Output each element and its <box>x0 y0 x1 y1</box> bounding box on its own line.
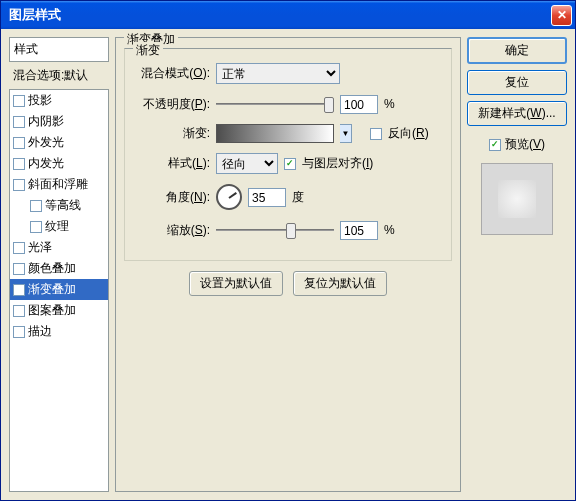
preview-checkbox[interactable] <box>489 139 501 151</box>
style-item-渐变叠加[interactable]: 渐变叠加 <box>10 279 108 300</box>
style-item-label: 外发光 <box>28 134 64 151</box>
styles-header: 样式 <box>9 37 109 62</box>
gradient-dropdown[interactable]: ▼ <box>340 124 352 143</box>
preview-label: 预览(V) <box>505 136 545 153</box>
style-item-描边[interactable]: 描边 <box>10 321 108 342</box>
style-checkbox[interactable] <box>13 263 25 275</box>
reverse-checkbox[interactable] <box>370 128 382 140</box>
style-checkbox[interactable] <box>13 137 25 149</box>
inner-title: 渐变 <box>133 42 163 59</box>
style-checkbox[interactable] <box>13 95 25 107</box>
reset-default-button[interactable]: 复位为默认值 <box>293 271 387 296</box>
style-checkbox[interactable] <box>30 221 42 233</box>
style-label: 样式(L): <box>135 155 210 172</box>
style-item-label: 描边 <box>28 323 52 340</box>
cancel-button[interactable]: 复位 <box>467 70 567 95</box>
opacity-label: 不透明度(P): <box>135 96 210 113</box>
close-button[interactable]: ✕ <box>551 5 572 26</box>
style-item-光泽[interactable]: 光泽 <box>10 237 108 258</box>
style-item-label: 斜面和浮雕 <box>28 176 88 193</box>
align-checkbox[interactable] <box>284 158 296 170</box>
style-item-等高线[interactable]: 等高线 <box>10 195 108 216</box>
gradient-label: 渐变: <box>135 125 210 142</box>
opacity-value[interactable]: 100 <box>340 95 378 114</box>
blend-mode-label: 混合模式(O): <box>135 65 210 82</box>
ok-button[interactable]: 确定 <box>467 37 567 64</box>
style-item-内发光[interactable]: 内发光 <box>10 153 108 174</box>
style-item-投影[interactable]: 投影 <box>10 90 108 111</box>
style-item-label: 内发光 <box>28 155 64 172</box>
style-select[interactable]: 径向 <box>216 153 278 174</box>
style-item-外发光[interactable]: 外发光 <box>10 132 108 153</box>
opacity-slider[interactable] <box>216 94 334 114</box>
blend-mode-select[interactable]: 正常 <box>216 63 340 84</box>
gradient-preview[interactable] <box>216 124 334 143</box>
new-style-button[interactable]: 新建样式(W)... <box>467 101 567 126</box>
style-checkbox[interactable] <box>30 200 42 212</box>
style-checkbox[interactable] <box>13 242 25 254</box>
blend-options-label[interactable]: 混合选项:默认 <box>9 65 109 86</box>
style-item-label: 光泽 <box>28 239 52 256</box>
scale-label: 缩放(S): <box>135 222 210 239</box>
style-item-label: 投影 <box>28 92 52 109</box>
angle-unit: 度 <box>292 189 304 206</box>
style-checkbox[interactable] <box>13 326 25 338</box>
style-list: 投影内阴影外发光内发光斜面和浮雕等高线纹理光泽颜色叠加渐变叠加图案叠加描边 <box>9 89 109 492</box>
angle-value[interactable]: 35 <box>248 188 286 207</box>
scale-slider[interactable] <box>216 220 334 240</box>
style-checkbox[interactable] <box>13 179 25 191</box>
align-label: 与图层对齐(I) <box>302 155 373 172</box>
style-item-斜面和浮雕[interactable]: 斜面和浮雕 <box>10 174 108 195</box>
style-item-内阴影[interactable]: 内阴影 <box>10 111 108 132</box>
style-item-label: 等高线 <box>45 197 81 214</box>
style-item-纹理[interactable]: 纹理 <box>10 216 108 237</box>
angle-dial[interactable] <box>216 184 242 210</box>
angle-label: 角度(N): <box>135 189 210 206</box>
window-title: 图层样式 <box>9 6 551 24</box>
pct-label: % <box>384 223 395 237</box>
pct-label: % <box>384 97 395 111</box>
scale-value[interactable]: 105 <box>340 221 378 240</box>
preview-swatch <box>481 163 553 235</box>
style-checkbox[interactable] <box>13 305 25 317</box>
reverse-label: 反向(R) <box>388 125 429 142</box>
style-item-颜色叠加[interactable]: 颜色叠加 <box>10 258 108 279</box>
style-item-label: 图案叠加 <box>28 302 76 319</box>
style-item-label: 纹理 <box>45 218 69 235</box>
style-checkbox[interactable] <box>13 158 25 170</box>
set-default-button[interactable]: 设置为默认值 <box>189 271 283 296</box>
style-item-label: 颜色叠加 <box>28 260 76 277</box>
style-item-label: 内阴影 <box>28 113 64 130</box>
style-item-图案叠加[interactable]: 图案叠加 <box>10 300 108 321</box>
style-checkbox[interactable] <box>13 116 25 128</box>
style-item-label: 渐变叠加 <box>28 281 76 298</box>
style-checkbox[interactable] <box>13 284 25 296</box>
